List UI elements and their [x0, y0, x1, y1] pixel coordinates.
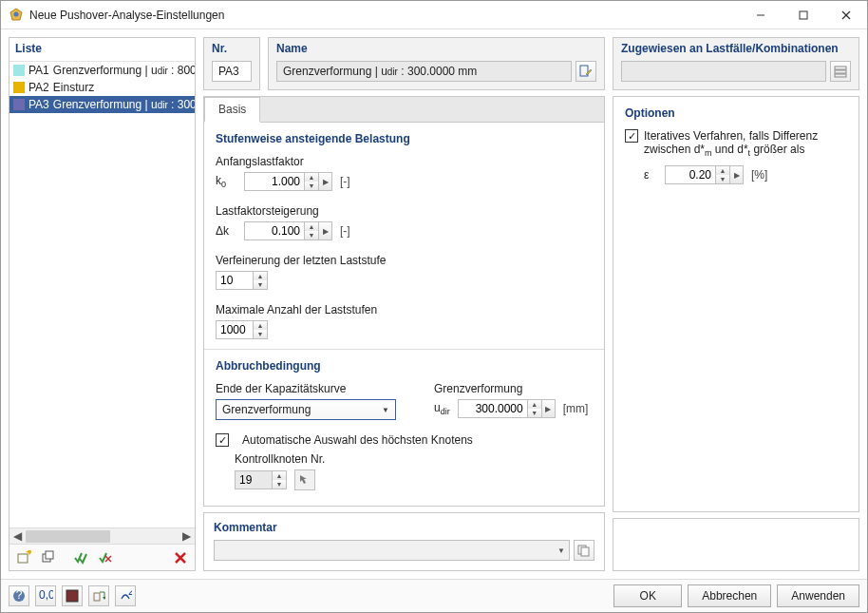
- iterative-checkbox[interactable]: ✓: [625, 129, 638, 143]
- default-button[interactable]: 2: [115, 585, 136, 606]
- apply-button[interactable]: Anwenden: [777, 584, 859, 607]
- copy-item-button[interactable]: [38, 547, 59, 568]
- delete-item-button[interactable]: [170, 547, 191, 568]
- cancel-button[interactable]: Abbrechen: [688, 584, 771, 607]
- minimize-button[interactable]: [739, 1, 782, 29]
- limit-input[interactable]: [458, 399, 528, 418]
- comment-combo[interactable]: ▼: [214, 540, 570, 561]
- dk-label: Lastfaktorsteigerung: [216, 204, 593, 218]
- comment-header: Kommentar: [214, 521, 594, 534]
- refine-input[interactable]: [216, 271, 254, 290]
- refine-label: Verfeinerung der letzten Laststufe: [216, 254, 593, 267]
- endcurve-combo[interactable]: Grenzverformung ▼: [216, 399, 396, 420]
- assigned-list-button[interactable]: [830, 61, 851, 82]
- name-label: Name: [269, 38, 604, 59]
- comment-library-button[interactable]: [574, 540, 594, 561]
- edit-name-button[interactable]: [576, 61, 596, 82]
- dk-symbol: Δk: [216, 224, 236, 238]
- maximize-button[interactable]: [782, 1, 824, 29]
- name-value-text: Grenzverformung | udir : 300.0000 mm: [283, 65, 477, 78]
- scroll-thumb[interactable]: [26, 530, 110, 543]
- max-label: Maximale Anzahl der Laststufen: [216, 303, 593, 316]
- list-item-id: PA3: [28, 98, 49, 111]
- help-button[interactable]: ?: [9, 585, 29, 606]
- k0-spinner[interactable]: ▲▼ ▶: [244, 172, 332, 191]
- color-button[interactable]: [62, 585, 83, 606]
- k0-label: Anfangslastfaktor: [216, 155, 593, 168]
- number-label: Nr.: [204, 38, 259, 59]
- scroll-left-icon[interactable]: ◀: [9, 528, 26, 545]
- from-model-button[interactable]: [88, 585, 109, 606]
- svg-text:0,00: 0,00: [39, 589, 53, 602]
- options-panel: Optionen ✓ Iteratives Verfahren, falls D…: [613, 96, 859, 512]
- k0-unit: [-]: [340, 175, 350, 188]
- assigned-label: Zugewiesen an Lastfälle/Kombinationen: [613, 38, 859, 59]
- number-value: PA3: [218, 65, 239, 78]
- svg-rect-19: [581, 547, 589, 556]
- ok-button[interactable]: OK: [613, 584, 682, 607]
- uncheck-all-button[interactable]: [95, 547, 116, 568]
- dk-input[interactable]: [244, 221, 305, 240]
- max-spinner[interactable]: ▲▼: [216, 320, 268, 339]
- list-header: Liste: [9, 38, 195, 61]
- list-item-label: Grenzverformung | udir : 800.0: [53, 64, 195, 77]
- scroll-track[interactable]: [26, 528, 179, 545]
- svg-rect-16: [835, 70, 846, 73]
- check-all-button[interactable]: [70, 547, 91, 568]
- k0-input[interactable]: [244, 172, 305, 191]
- svg-point-1: [14, 11, 19, 16]
- svg-marker-25: [103, 597, 105, 600]
- spin-buttons[interactable]: ▲▼: [305, 172, 319, 191]
- list-hscrollbar[interactable]: ◀ ▶: [9, 527, 195, 544]
- close-button[interactable]: [824, 1, 867, 29]
- tab-strip: Basis: [204, 97, 604, 123]
- window-title: Neue Pushover-Analyse-Einstellungen: [29, 9, 739, 22]
- name-field[interactable]: Grenzverformung | udir : 300.0000 mm: [276, 61, 572, 82]
- step-button[interactable]: ▶: [319, 172, 332, 191]
- eps-input[interactable]: [665, 165, 716, 184]
- color-swatch: [13, 82, 25, 93]
- endcurve-label: Ende der Kapazitätskurve: [216, 382, 396, 395]
- svg-rect-23: [66, 590, 78, 602]
- list-item[interactable]: PA3Grenzverformung | udir : 300.0: [9, 96, 195, 113]
- limit-label: Grenzverformung: [434, 382, 588, 395]
- k0-symbol: k0: [216, 174, 236, 189]
- assigned-panel: Zugewiesen an Lastfälle/Kombinationen: [613, 37, 859, 90]
- assigned-field[interactable]: [621, 61, 826, 82]
- limit-spinner[interactable]: ▲▼ ▶: [458, 399, 556, 418]
- list-item-label: Grenzverformung | udir : 300.0: [53, 98, 195, 111]
- options-header: Optionen: [625, 106, 847, 120]
- svg-text:✦: ✦: [25, 550, 31, 559]
- scroll-right-icon[interactable]: ▶: [179, 528, 195, 545]
- list-item[interactable]: PA1Grenzverformung | udir : 800.0: [9, 62, 195, 79]
- control-node-input: [235, 470, 273, 489]
- number-field[interactable]: PA3: [212, 61, 252, 82]
- svg-text:?: ?: [16, 589, 23, 602]
- refine-spinner[interactable]: ▲▼: [216, 271, 268, 290]
- eps-symbol: ε: [644, 168, 657, 182]
- list-item-id: PA2: [28, 81, 49, 94]
- options-spacer-panel: [613, 518, 859, 571]
- svg-text:2: 2: [128, 589, 132, 598]
- dk-unit: [-]: [340, 224, 350, 238]
- list-toolbar: ✦: [9, 544, 195, 570]
- auto-node-label: Automatische Auswahl des höchsten Knoten…: [242, 433, 473, 447]
- units-button[interactable]: 0,00: [35, 585, 56, 606]
- eps-spinner[interactable]: ▲▼ ▶: [665, 165, 744, 184]
- color-swatch: [13, 99, 25, 110]
- titlebar: Neue Pushover-Analyse-Einstellungen: [1, 1, 867, 29]
- basis-panel: Basis Stufenweise ansteigende Belastung …: [203, 96, 605, 507]
- pick-node-button[interactable]: [294, 469, 315, 490]
- max-input[interactable]: [216, 320, 254, 339]
- dk-spinner[interactable]: ▲▼ ▶: [244, 221, 332, 240]
- limit-unit: [mm]: [563, 402, 589, 415]
- auto-node-checkbox[interactable]: ✓: [216, 433, 229, 447]
- list-items[interactable]: PA1Grenzverformung | udir : 800.0PA2Eins…: [9, 61, 195, 527]
- list-item[interactable]: PA2Einsturz: [9, 79, 195, 96]
- content-area: Nr. PA3 Name Grenzverformung | udir : 30…: [203, 37, 859, 571]
- control-node-spinner: ▲▼: [235, 470, 287, 489]
- tab-basis[interactable]: Basis: [204, 97, 260, 123]
- svg-rect-24: [94, 593, 100, 601]
- new-item-button[interactable]: ✦: [13, 547, 34, 568]
- loading-section-header: Stufenweise ansteigende Belastung: [216, 132, 593, 145]
